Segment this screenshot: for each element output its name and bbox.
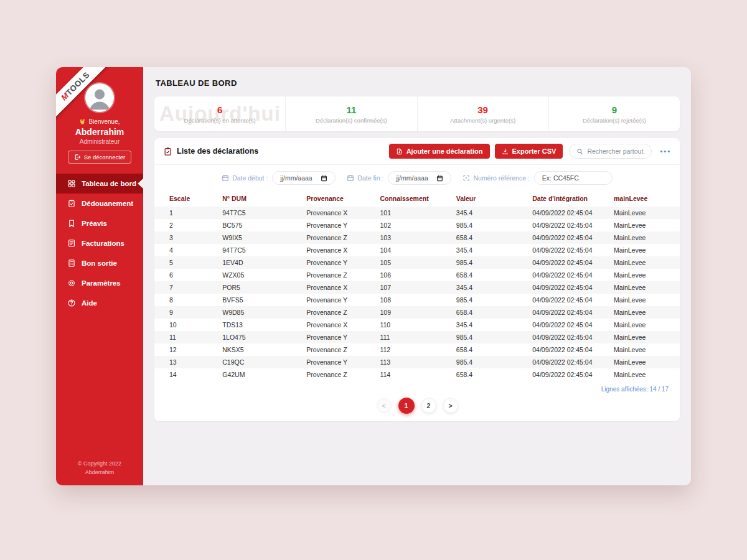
declarations-header: Liste des déclarations Ajouter une décla… bbox=[154, 138, 680, 165]
stat-card-3: 9 Déclaration(s) rejetée(s) bbox=[548, 96, 680, 131]
declarations-table: EscaleN° DUMProvenanceConnaissementValeu… bbox=[154, 191, 680, 381]
grid-icon bbox=[67, 179, 76, 188]
column-header: Date d'intégration bbox=[527, 191, 609, 207]
date-end-input[interactable]: jj/mm/aaaa bbox=[388, 171, 451, 185]
table-cell: 04/09/2022 02:45:04 bbox=[527, 281, 609, 294]
table-cell: Provenance X bbox=[301, 281, 375, 294]
table-cell: 102 bbox=[375, 219, 451, 231]
sidebar-item-bon-sortie[interactable]: Bon sortie bbox=[56, 253, 143, 273]
reference-input[interactable] bbox=[542, 174, 604, 182]
table-cell: 04/09/2022 02:45:04 bbox=[527, 244, 609, 256]
search-input[interactable] bbox=[587, 147, 644, 155]
table-cell: 110 bbox=[375, 319, 451, 331]
filters-row: Date début : jj/mm/aaaa Date fin bbox=[154, 165, 680, 190]
main-content: TABLEAU DE BORD Aujourd'hui 6 Déclaratio… bbox=[143, 67, 691, 485]
clipboard-icon bbox=[67, 199, 76, 208]
table-row[interactable]: 6WZX05Provenance Z106658.404/09/2022 02:… bbox=[154, 269, 680, 281]
table-cell: 658.4 bbox=[451, 269, 527, 281]
sidebar-item-facturations[interactable]: Facturations bbox=[56, 233, 143, 253]
table-cell: 104 bbox=[375, 244, 451, 256]
search-icon bbox=[576, 148, 583, 155]
table-cell: W9D85 bbox=[217, 306, 301, 319]
table-cell: MainLevee bbox=[609, 269, 680, 281]
table-row[interactable]: 7POR5Provenance X107345.404/09/2022 02:4… bbox=[154, 281, 680, 294]
download-icon bbox=[502, 148, 509, 155]
pagination-page-2[interactable]: 2 bbox=[421, 398, 436, 413]
table-cell: 658.4 bbox=[451, 343, 527, 356]
table-row[interactable]: 8BVFS5Provenance Y108985.404/09/2022 02:… bbox=[154, 294, 680, 306]
table-cell: 04/09/2022 02:45:04 bbox=[527, 294, 609, 306]
sidebar-item-parametres[interactable]: Paramètres bbox=[56, 273, 143, 293]
table-header-row: EscaleN° DUMProvenanceConnaissementValeu… bbox=[154, 191, 680, 207]
table-cell: 7 bbox=[154, 281, 217, 294]
filter-date-start: Date début : jj/mm/aaaa bbox=[222, 171, 336, 185]
table-cell: WZX05 bbox=[217, 269, 301, 281]
table-row[interactable]: 14G42UMProvenance Z114658.404/09/2022 02… bbox=[154, 368, 680, 381]
table-cell: Provenance X bbox=[301, 319, 375, 331]
pagination-page-1[interactable]: 1 bbox=[398, 398, 415, 414]
export-csv-button[interactable]: Exporter CSV bbox=[495, 144, 563, 159]
table-cell: 13 bbox=[154, 356, 217, 368]
table-row[interactable]: 2BC575Provenance Y102985.404/09/2022 02:… bbox=[154, 219, 680, 231]
wave-hand-icon bbox=[79, 118, 86, 125]
declarations-panel: Liste des déclarations Ajouter une décla… bbox=[154, 138, 680, 421]
add-declaration-button[interactable]: Ajouter une déclaration bbox=[389, 144, 490, 159]
stat-label: Déclaration(s) rejetée(s) bbox=[583, 117, 646, 124]
sidebar-menu: Tableau de bord Dédouanement Préavis Fac… bbox=[56, 174, 143, 313]
calendar-icon bbox=[222, 174, 229, 182]
table-cell: 6 bbox=[154, 269, 217, 281]
user-role: Administrateur bbox=[56, 138, 143, 145]
search-box[interactable] bbox=[569, 144, 652, 159]
table-cell: 5 bbox=[154, 256, 217, 269]
table-cell: POR5 bbox=[217, 281, 301, 294]
table-cell: 109 bbox=[375, 306, 451, 319]
table-cell: 345.4 bbox=[451, 207, 527, 219]
table-cell: Provenance X bbox=[301, 207, 375, 219]
table-row[interactable]: 494T7C5Provenance X104345.404/09/2022 02… bbox=[154, 244, 680, 256]
calendar-picker-icon[interactable] bbox=[321, 175, 327, 182]
stat-value: 39 bbox=[477, 105, 488, 115]
date-start-input[interactable]: jj/mm/aaaa bbox=[272, 171, 336, 185]
sidebar-item-tableau-de-bord[interactable]: Tableau de bord bbox=[56, 174, 143, 194]
table-row[interactable]: 9W9D85Provenance Z109658.404/09/2022 02:… bbox=[154, 306, 680, 319]
table-cell: C19QC bbox=[217, 356, 301, 368]
column-header: Escale bbox=[154, 191, 217, 207]
table-row[interactable]: 10TDS13Provenance X110345.404/09/2022 02… bbox=[154, 319, 680, 331]
table-cell: 103 bbox=[375, 231, 451, 244]
table-cell: 2 bbox=[154, 219, 217, 231]
logout-button[interactable]: Se déconnecter bbox=[68, 151, 132, 164]
table-cell: 345.4 bbox=[451, 244, 527, 256]
table-cell: G42UM bbox=[217, 368, 301, 381]
stat-label: Déclaration(s) en attente(s) bbox=[184, 117, 256, 124]
table-row[interactable]: 3W9IX5Provenance Z103658.404/09/2022 02:… bbox=[154, 231, 680, 244]
sidebar-item-dedouanement[interactable]: Dédouanement bbox=[56, 194, 143, 213]
table-cell: MainLevee bbox=[609, 331, 680, 343]
table-cell: MainLevee bbox=[609, 356, 680, 368]
sidebar-item-preavis[interactable]: Préavis bbox=[56, 213, 143, 233]
declarations-title: Liste des déclarations bbox=[163, 147, 258, 156]
stat-label: Déclaration(s) confirmée(s) bbox=[316, 117, 387, 124]
table-cell: MainLevee bbox=[609, 256, 680, 269]
table-row[interactable]: 111LO475Provenance Y111985.404/09/2022 0… bbox=[154, 331, 680, 343]
filter-reference: Numéro référence : bbox=[463, 171, 612, 185]
table-cell: MainLevee bbox=[609, 294, 680, 306]
bookmark-icon bbox=[67, 219, 76, 228]
table-cell: 111 bbox=[375, 331, 451, 343]
table-cell: TDS13 bbox=[217, 319, 301, 331]
column-header: Provenance bbox=[301, 191, 375, 207]
stats-panel: Aujourd'hui 6 Déclaration(s) en attente(… bbox=[154, 96, 680, 131]
table-cell: MainLevee bbox=[609, 219, 680, 231]
table-row[interactable]: 13C19QCProvenance Y113985.404/09/2022 02… bbox=[154, 356, 680, 368]
more-options-button[interactable]: ••• bbox=[660, 147, 671, 155]
table-cell: 04/09/2022 02:45:04 bbox=[527, 368, 609, 381]
table-cell: 11 bbox=[154, 331, 217, 343]
calendar-picker-icon[interactable] bbox=[436, 175, 443, 182]
table-row[interactable]: 12NKSX5Provenance Z112658.404/09/2022 02… bbox=[154, 343, 680, 356]
sidebar-copyright: © Copyright 2022 Abderrahim bbox=[56, 460, 143, 477]
table-row[interactable]: 51EV4DProvenance Y105985.404/09/2022 02:… bbox=[154, 256, 680, 269]
pagination-next[interactable]: > bbox=[443, 398, 458, 413]
table-cell: 8 bbox=[154, 294, 217, 306]
sidebar-item-aide[interactable]: Aide bbox=[56, 293, 143, 313]
table-cell: 04/09/2022 02:45:04 bbox=[527, 306, 609, 319]
table-row[interactable]: 194T7C5Provenance X101345.404/09/2022 02… bbox=[154, 207, 680, 219]
